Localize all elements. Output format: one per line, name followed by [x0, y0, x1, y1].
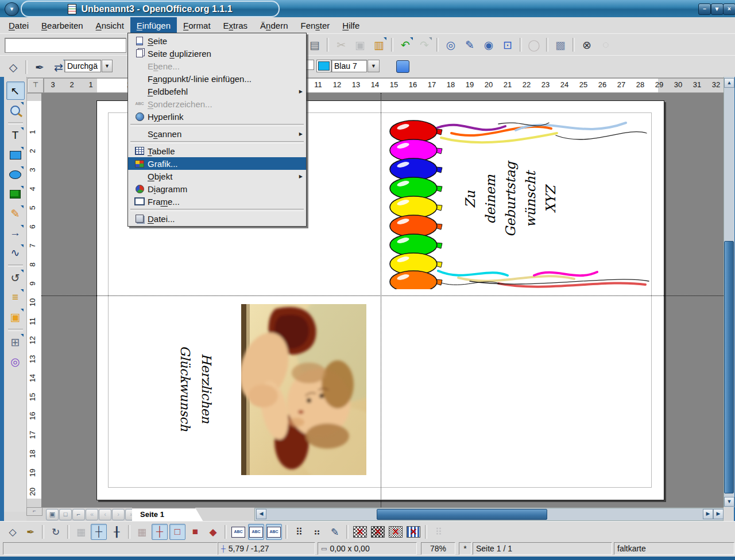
cut-icon[interactable]: ✂	[332, 36, 350, 53]
snap-line-vertical[interactable]	[381, 93, 381, 507]
menubar-item-ansicht[interactable]: Ansicht	[90, 17, 130, 33]
alignment-icon[interactable]: ≡	[6, 288, 25, 306]
menu-item-feldbefehl[interactable]: Feldbefehl▶	[128, 85, 306, 98]
menubar-item-einfgen[interactable]: Einfügen	[130, 17, 177, 33]
rotation-mode-icon[interactable]: ↻	[48, 524, 64, 540]
menu-item-tabelle[interactable]: Tabelle	[128, 145, 306, 157]
line-style-dropdown-icon[interactable]: ▼	[102, 60, 113, 72]
insert-graphics-icon[interactable]: ▩	[552, 36, 569, 53]
alignment-dropdown-arrow[interactable]	[21, 289, 24, 292]
line-style-value[interactable]: Durchgä	[64, 60, 101, 72]
exit-all-groups-icon[interactable]: ⠿	[431, 524, 447, 540]
helplines-to-front-icon[interactable]: ╂	[109, 524, 125, 540]
scroll-left-icon[interactable]: ◀	[256, 509, 266, 519]
simple-handles-icon[interactable]: ⠿	[291, 524, 307, 540]
arrange-icon[interactable]: ▣	[6, 308, 25, 326]
cherub-graphic[interactable]	[241, 304, 366, 475]
connector-dropdown-arrow[interactable]	[21, 244, 24, 247]
first-page-button[interactable]: «	[86, 509, 98, 520]
zoom-icon[interactable]	[6, 101, 25, 119]
menu-item-objekt[interactable]: Objekt▶	[128, 170, 306, 182]
redo-icon[interactable]: ↷	[416, 36, 433, 53]
copy-icon[interactable]: ▣	[351, 36, 369, 53]
scroll-up-icon[interactable]: ▲	[724, 78, 734, 88]
zoom-allowed-edit-icon[interactable]: ✎	[461, 36, 478, 53]
scroll-down-icon[interactable]: ▼	[724, 497, 734, 507]
text-icon[interactable]: T	[6, 126, 25, 145]
snap-to-grid-icon[interactable]: ▦	[134, 524, 150, 540]
menubar-item-datei[interactable]: Datei	[2, 17, 35, 33]
rectangle-dropdown-arrow[interactable]	[21, 147, 24, 150]
next-page-button[interactable]: ›	[112, 509, 125, 520]
menu-item-hyperlink[interactable]: Hyperlink	[128, 110, 306, 123]
quick-edit-icon[interactable]: ABC	[230, 524, 246, 540]
fill-color-value[interactable]: Blau 7	[331, 60, 367, 72]
minimize-button[interactable]: –	[698, 3, 711, 15]
edit-points-icon[interactable]: ◇	[5, 59, 22, 76]
titlebar[interactable]: ▾ Unbenannt3 - OpenOffice.org 1.1.1 –▼×	[0, 0, 735, 18]
connector-icon[interactable]: ∿	[6, 243, 25, 262]
scroll-right-end-icon[interactable]: ▶	[713, 509, 724, 519]
glue-points-mode-icon[interactable]: ✒	[22, 524, 38, 540]
horizontal-scrollbar[interactable]	[254, 508, 724, 521]
show-grid-icon[interactable]: ▦	[73, 524, 89, 540]
zoom-dropdown-arrow[interactable]	[21, 102, 24, 105]
effects-3d-icon[interactable]: ◎	[6, 352, 25, 371]
menu-item-sonderzeichen[interactable]: ABCSonderzeichen...	[128, 98, 306, 110]
no-fill-checker-4-icon[interactable]: ×	[405, 524, 421, 540]
ellipse-dropdown-arrow[interactable]	[21, 166, 24, 169]
maximize-button[interactable]: ▼	[711, 3, 724, 15]
layer-mode-button[interactable]: ⌐	[72, 509, 85, 520]
vertical-ruler[interactable]: 1234567891011121314151617181920	[26, 93, 42, 508]
ruler-origin-button[interactable]: ⊤	[28, 78, 44, 93]
previous-page-button[interactable]: ‹	[99, 509, 111, 520]
menu-item-scannen[interactable]: Scannen▶	[128, 127, 306, 140]
menubar-item-bearbeiten[interactable]: Bearbeiten	[35, 17, 90, 33]
stop-loading-icon[interactable]: ⊗	[578, 36, 595, 53]
close-button[interactable]: ×	[723, 3, 735, 15]
menu-item-frame[interactable]: Frame...	[128, 195, 306, 208]
objects-3d-icon[interactable]	[6, 185, 25, 203]
show-helplines-icon[interactable]: ┼	[91, 524, 107, 540]
zoom-page-icon[interactable]: ⊡	[499, 36, 516, 53]
snap-to-margins-icon[interactable]: □	[169, 524, 185, 540]
navigator-icon[interactable]: ◎	[442, 36, 459, 53]
redo-dropdown-arrow[interactable]	[429, 37, 432, 40]
select-icon[interactable]: ↖	[6, 81, 25, 100]
menu-item-seite-duplizieren[interactable]: Seite duplizieren	[128, 47, 306, 60]
rotate-dropdown-arrow[interactable]	[21, 270, 24, 273]
load-url-input[interactable]	[5, 38, 126, 53]
status-zoom[interactable]: 78%	[421, 542, 455, 555]
text-dropdown-arrow[interactable]	[21, 127, 24, 130]
menu-item-grafik[interactable]: Grafik...	[128, 157, 306, 170]
horizontal-scrollbar-thumb[interactable]	[377, 509, 547, 520]
snap-to-helplines-icon[interactable]: ┼	[152, 524, 168, 540]
menubar-item-hilfe[interactable]: Hilfe	[336, 17, 366, 33]
snap-to-border-icon[interactable]: ■	[187, 524, 203, 540]
menu-item-fangpunkt-linie-einf-gen[interactable]: Fangpunkt/-linie einfügen...	[128, 72, 306, 85]
objects-3d-dropdown-arrow[interactable]	[21, 186, 24, 189]
card-front-text[interactable]: ZudeinemGeburtstagwünschtXYZ	[459, 147, 563, 251]
snap-to-points-icon[interactable]: ◆	[205, 524, 221, 540]
glue-points-icon[interactable]: ✒	[31, 59, 48, 76]
line-style-combo[interactable]: Durchgä ▼	[64, 60, 113, 72]
search-icon[interactable]: ◌	[597, 36, 614, 53]
ellipse-icon[interactable]	[6, 165, 25, 184]
insert-icon[interactable]: ⊞	[6, 333, 25, 351]
pick-through-icon[interactable]: ✎	[327, 524, 343, 540]
arrange-dropdown-arrow[interactable]	[21, 309, 24, 312]
menu-item-seite[interactable]: Seite	[128, 34, 306, 47]
paste-dropdown-arrow[interactable]	[384, 37, 386, 40]
vertical-scrollbar-thumb[interactable]	[724, 241, 734, 493]
card-inside-text[interactable]: HerzlichenGlückwunsch	[153, 345, 239, 431]
menu-item-diagramm[interactable]: Diagramm	[128, 182, 306, 195]
menubar-item-format[interactable]: Format	[177, 17, 217, 33]
insert-dropdown-arrow[interactable]	[21, 334, 24, 337]
lines-arrows-dropdown-arrow[interactable]	[21, 225, 24, 228]
window-menu-button[interactable]: ▾	[5, 2, 19, 16]
lines-arrows-icon[interactable]: →	[6, 224, 25, 242]
print-file-directly-icon[interactable]: ▤	[306, 36, 323, 53]
undo-icon[interactable]: ↶	[397, 36, 414, 53]
menu-item-datei[interactable]: Datei...	[128, 212, 306, 225]
no-fill-checker-1-icon[interactable]: ×	[352, 524, 368, 540]
